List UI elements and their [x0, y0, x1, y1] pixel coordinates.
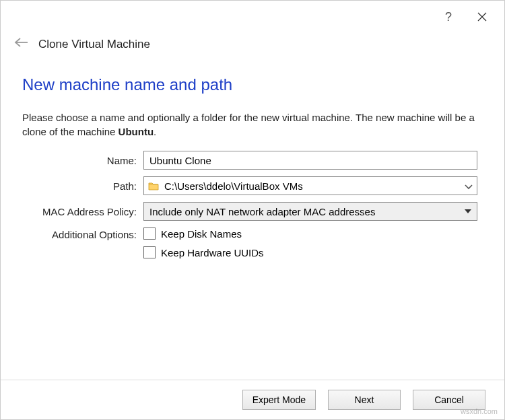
footer: Expert Mode Next Cancel [1, 380, 504, 419]
dialog-window: ? Clone Virtual Machine New machine name… [0, 0, 505, 420]
additional-options-label: Additional Options: [22, 228, 143, 240]
page-title: New machine name and path [22, 75, 477, 94]
name-label: Name: [22, 155, 143, 166]
content-area: New machine name and path Please choose … [1, 63, 504, 380]
option-keep-disk-names[interactable]: Keep Disk Names [143, 228, 477, 240]
back-arrow-icon [14, 37, 29, 48]
close-button[interactable] [465, 3, 499, 30]
checkbox-keep-hardware-uuids[interactable] [143, 246, 156, 258]
mac-label: MAC Address Policy: [22, 206, 143, 217]
wizard-title: Clone Virtual Machine [38, 38, 150, 51]
name-input[interactable] [143, 151, 477, 170]
label-keep-hardware-uuids: Keep Hardware UUIDs [161, 247, 264, 258]
back-button[interactable] [14, 37, 29, 51]
help-button[interactable]: ? [432, 3, 465, 30]
row-path: Path: C:\Users\ddelo\VirtualBox VMs [22, 176, 477, 195]
path-select[interactable]: C:\Users\ddelo\VirtualBox VMs [143, 176, 477, 195]
option-keep-hardware-uuids[interactable]: Keep Hardware UUIDs [143, 246, 477, 258]
mac-policy-value: Include only NAT network adapter MAC add… [149, 206, 375, 217]
description: Please choose a name and optionally a fo… [22, 110, 477, 139]
row-mac-policy: MAC Address Policy: Include only NAT net… [22, 202, 477, 221]
path-value: C:\Users\ddelo\VirtualBox VMs [164, 180, 459, 192]
titlebar: ? [1, 1, 504, 33]
help-icon: ? [445, 10, 452, 24]
row-additional-options: Additional Options: Keep Disk Names Keep… [22, 228, 477, 265]
wizard-header: Clone Virtual Machine [1, 33, 504, 63]
close-icon [477, 12, 487, 22]
chevron-down-icon [465, 180, 473, 192]
mac-policy-select[interactable]: Include only NAT network adapter MAC add… [143, 202, 477, 221]
label-keep-disk-names: Keep Disk Names [161, 228, 242, 240]
row-name: Name: [22, 151, 477, 170]
cancel-button[interactable]: Cancel [413, 390, 485, 410]
desc-text: Please choose a name and optionally a fo… [22, 112, 475, 137]
desc-suffix: . [154, 126, 156, 137]
dropdown-triangle-icon [465, 209, 471, 213]
expert-mode-button[interactable]: Expert Mode [242, 390, 316, 410]
next-button[interactable]: Next [328, 390, 401, 410]
desc-machine-name: Ubuntu [119, 126, 154, 137]
path-label: Path: [22, 180, 143, 192]
checkbox-keep-disk-names[interactable] [143, 228, 156, 240]
folder-icon [148, 181, 159, 190]
